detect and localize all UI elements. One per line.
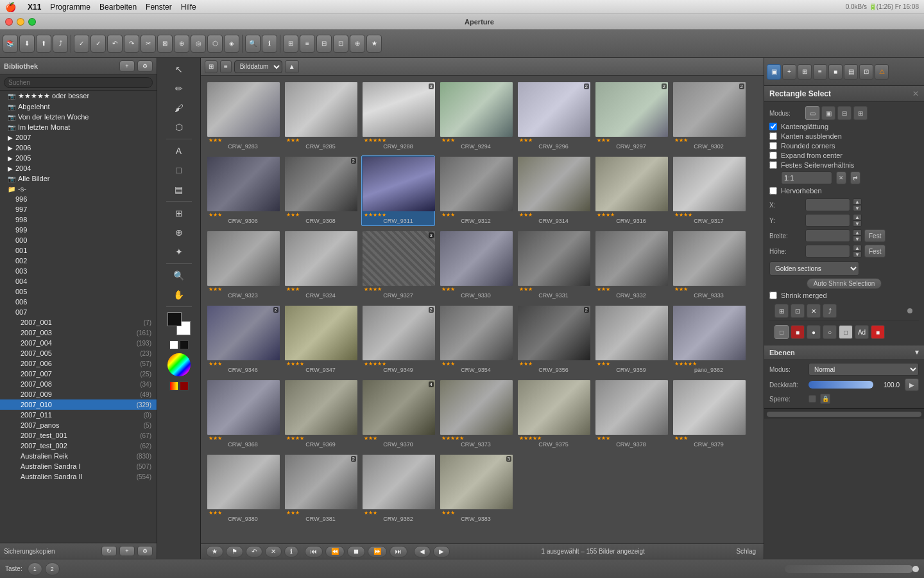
rounded-corners-checkbox[interactable] xyxy=(769,142,777,150)
photo-item-crw9331[interactable]: ★★★ CRW_9331 xyxy=(517,230,590,301)
icon-row2-red[interactable]: ■ xyxy=(791,325,805,339)
photo-item-bottom1[interactable]: ★★★ CRW_9380 xyxy=(206,453,280,524)
icon-row2-text[interactable]: Ad xyxy=(855,325,869,339)
rp-btn-pattern[interactable]: ⊡ xyxy=(859,64,873,80)
status-info-btn[interactable]: ℹ xyxy=(284,546,298,557)
toolbar-compare-btn[interactable]: ⊟ xyxy=(316,35,332,53)
status-rotate-btn[interactable]: ↶ xyxy=(246,546,262,557)
sidebar-search-input[interactable] xyxy=(4,77,153,88)
opacity-right-btn[interactable]: ▶ xyxy=(905,378,919,391)
sidebar-item-s[interactable]: 📁 -s- xyxy=(0,184,157,194)
sidebar-item-2004[interactable]: ▶ 2004 xyxy=(0,163,157,173)
status-delete-btn[interactable]: ✕ xyxy=(265,546,282,557)
photo-item-pano9362[interactable]: ★★★★★ pano_9362 xyxy=(672,304,746,375)
sidebar-item-australien-sandra-ii[interactable]: Australien Sandra II (554) xyxy=(0,471,157,482)
x-input[interactable]: 448 xyxy=(805,198,850,211)
action-icon-2[interactable]: ⊡ xyxy=(791,304,805,318)
sidebar-item-999[interactable]: 999 xyxy=(0,225,157,235)
rp-btn-add[interactable]: + xyxy=(782,64,796,80)
photo-item-crw9288[interactable]: 3 ★★★★★ CRW_9288 xyxy=(361,81,435,152)
photo-item-crw9317[interactable]: ★★★★ CRW_9317 xyxy=(672,155,746,226)
tool-fill[interactable]: ▤ xyxy=(170,180,188,198)
sidebar-item-2007[interactable]: ▶ 2007 xyxy=(0,132,157,143)
photo-item-crw9324[interactable]: ★★★ CRW_9324 xyxy=(284,230,357,301)
toolbar-brush-btn[interactable]: ⬡ xyxy=(207,35,223,53)
white-swatch[interactable] xyxy=(169,340,178,349)
layers-header[interactable]: Ebenen ▾ xyxy=(764,346,924,359)
toolbar-retouch-btn[interactable]: ⊕ xyxy=(174,35,189,53)
action-icon-4[interactable]: ⤴ xyxy=(823,304,837,318)
icon-row2-white[interactable]: □ xyxy=(839,325,853,339)
play-stop-btn[interactable]: ⏹ xyxy=(347,546,365,557)
photo-item-crw9308[interactable]: 2 ★★★ CRW_9308 xyxy=(284,155,357,226)
photo-item-crw9316[interactable]: ★★★★ CRW_9316 xyxy=(594,155,668,226)
photo-item-bottom4[interactable]: 3 ★★★ CRW_9383 xyxy=(439,453,513,524)
photo-item-crw9373[interactable]: ★★★★★ CRW_9373 xyxy=(439,379,513,450)
toolbar-share-btn[interactable]: ⤴ xyxy=(53,35,68,53)
photo-item-crw9330[interactable]: ★★★ CRW_9330 xyxy=(439,230,513,301)
sidebar-item-997[interactable]: 997 xyxy=(0,204,157,215)
minimize-button[interactable] xyxy=(17,18,24,26)
mode-icon-rect2[interactable]: ▣ xyxy=(821,106,835,120)
x-down-btn[interactable]: ▼ xyxy=(853,205,862,211)
photo-item-crw9375[interactable]: ★★★★★ CRW_9375 xyxy=(517,379,590,450)
rp-btn-gradient[interactable]: ▤ xyxy=(844,64,858,80)
color-wheel[interactable] xyxy=(167,353,191,376)
sidebar-item-2007001[interactable]: 2007_001 (7) xyxy=(0,317,157,328)
photo-item-crw9311[interactable]: ★★★★★ CRW_9311 xyxy=(361,155,435,226)
foreground-color[interactable] xyxy=(167,312,182,326)
mode-icon-subtract[interactable]: ⊟ xyxy=(837,106,851,120)
toolbar-star-btn[interactable]: ★ xyxy=(366,35,382,53)
tool-shape[interactable]: □ xyxy=(170,161,188,179)
apple-menu[interactable]: 🍎 xyxy=(5,2,16,12)
sidebar-item-998[interactable]: 998 xyxy=(0,215,157,225)
mode-icon-intersect[interactable]: ⊞ xyxy=(853,106,868,120)
photo-item-crw9314[interactable]: ★★★ CRW_9314 xyxy=(517,155,590,226)
sidebar-item-2007003[interactable]: 2007_003 (161) xyxy=(0,328,157,338)
photo-item-crw9306[interactable]: ★★★ CRW_9306 xyxy=(206,155,280,226)
toolbar-crop-btn[interactable]: ✂ xyxy=(141,35,156,53)
hoehe-down-btn[interactable]: ▼ xyxy=(853,251,862,258)
menu-hilfe[interactable]: Hilfe xyxy=(181,3,196,12)
hoehe-input[interactable]: 666 xyxy=(805,245,850,258)
sidebar-item-2007010[interactable]: 2007_010 (329) xyxy=(0,399,157,410)
tool-eraser[interactable]: ⬡ xyxy=(170,118,188,136)
bottom-btn-2[interactable]: 2 xyxy=(45,563,60,575)
tool-paint[interactable]: 🖌 xyxy=(170,99,188,117)
sidebar-item-lastweek[interactable]: 📷 Von der letzten Woche xyxy=(0,112,157,122)
menu-fenster[interactable]: Fenster xyxy=(146,3,172,12)
sidebar-add-backup-btn[interactable]: + xyxy=(119,546,135,556)
y-up-btn[interactable]: ▲ xyxy=(853,214,862,220)
dark-red-swatch[interactable] xyxy=(180,381,189,390)
menu-programme[interactable]: Programme xyxy=(50,3,90,12)
sidebar-item-5stars[interactable]: 📷 ★★★★★ oder besser xyxy=(0,91,157,101)
toolbar-select-btn[interactable]: ✓ xyxy=(74,35,89,53)
rp-btn-select[interactable]: ▣ xyxy=(767,64,781,80)
sidebar-item-000[interactable]: 000 xyxy=(0,235,157,245)
toolbar-rotate-btn[interactable]: ↶ xyxy=(107,35,123,53)
toolbar-stamp-btn[interactable]: ◈ xyxy=(224,35,239,53)
sidebar-item-004[interactable]: 004 xyxy=(0,276,157,286)
ratio-clear-btn[interactable]: ✕ xyxy=(836,171,846,184)
toolbar-search-btn[interactable]: 🔍 xyxy=(245,35,261,53)
sidebar-settings-btn[interactable]: ⚙ xyxy=(137,60,153,72)
sidebar-item-australien-sandra-i[interactable]: Australien Sandra I (507) xyxy=(0,461,157,471)
mode-icon-rect[interactable]: ▭ xyxy=(805,106,819,120)
y-down-btn[interactable]: ▼ xyxy=(853,220,862,227)
toolbar-rotate2-btn[interactable]: ↷ xyxy=(124,35,139,53)
sidebar-item-2007004[interactable]: 2007_004 (193) xyxy=(0,338,157,348)
status-rating-btn[interactable]: ★ xyxy=(206,546,223,557)
lock-checkbox[interactable] xyxy=(809,395,816,403)
kantenglattung-checkbox[interactable] xyxy=(769,123,777,130)
browser-sort-dir-btn[interactable]: ▲ xyxy=(285,60,299,73)
shrink-merged-checkbox[interactable] xyxy=(769,292,777,299)
photo-item-crw9297[interactable]: 2 ★★★ CRW_9297 xyxy=(594,81,668,152)
tool-hand[interactable]: ✋ xyxy=(170,286,188,304)
toolbar-check-btn[interactable]: ✓ xyxy=(90,35,106,53)
photo-item-crw9356[interactable]: 2 ★★★ CRW_9356 xyxy=(517,304,590,375)
zoom-button[interactable] xyxy=(28,18,36,26)
breite-down-btn[interactable]: ▼ xyxy=(853,236,862,242)
rp-btn-layers[interactable]: ⊞ xyxy=(798,64,812,80)
action-icon-1[interactable]: ⊞ xyxy=(774,304,789,318)
rp-btn-histogram[interactable]: ≡ xyxy=(813,64,827,80)
